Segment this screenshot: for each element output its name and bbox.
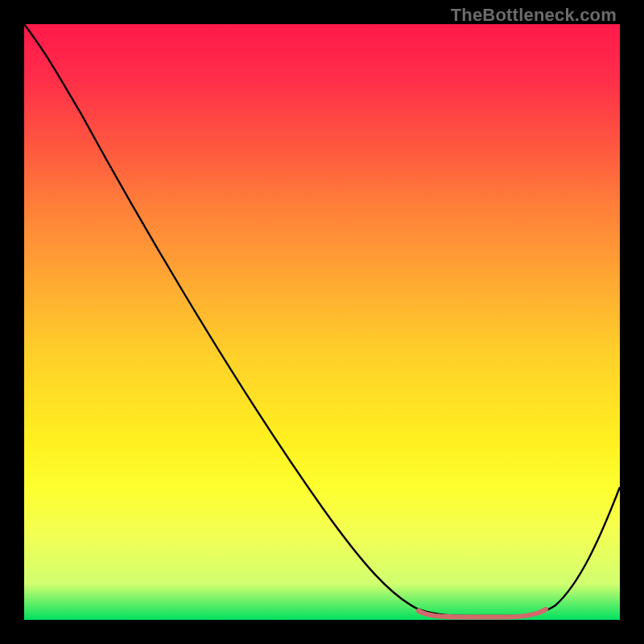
chart-outer-frame: TheBottleneck.com: [0, 0, 644, 644]
watermark-text: TheBottleneck.com: [451, 5, 617, 26]
chart-svg: [24, 24, 620, 620]
bottleneck-curve: [24, 24, 620, 616]
